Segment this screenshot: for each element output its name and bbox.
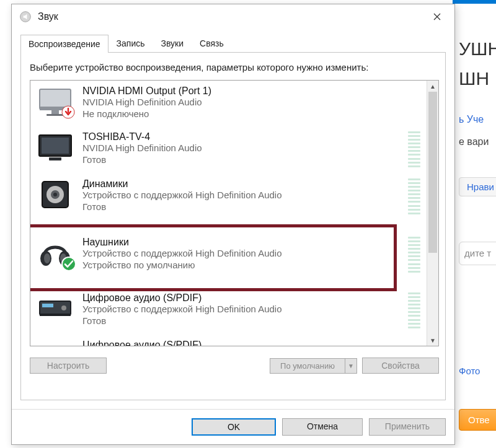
- level-meter: [408, 237, 420, 273]
- sound-icon: [19, 11, 32, 23]
- device-sub1: Устройство с поддержкой High Definition …: [82, 190, 403, 201]
- device-item[interactable]: Цифровое аудио (S/PDIF): [30, 335, 427, 346]
- device-sub2: Не подключено: [82, 108, 422, 120]
- bg-like-button[interactable]: Нрави: [459, 177, 496, 196]
- bg-user-link[interactable]: ь Уче: [459, 114, 484, 125]
- close-button[interactable]: [423, 6, 451, 28]
- dialog-footer: OK Отмена Применить: [12, 409, 454, 444]
- svg-point-12: [53, 193, 57, 196]
- bg-variant-text: е вари: [459, 136, 489, 147]
- properties-button[interactable]: Свойства: [362, 358, 439, 374]
- disconnected-icon: [61, 105, 75, 119]
- device-item[interactable]: Динамики Устройство с поддержкой High De…: [30, 173, 427, 221]
- tab-playback[interactable]: Воспроизведение: [20, 35, 108, 53]
- tab-content: Выберите устройство воспроизведения, пар…: [20, 53, 446, 400]
- device-title: TOSHIBA-TV-4: [82, 131, 403, 143]
- tv-icon: [37, 131, 74, 164]
- receiver-icon: [37, 292, 74, 325]
- device-sub2: Готов: [82, 154, 403, 166]
- tab-strip: Воспроизведение Запись Звуки Связь: [20, 34, 446, 53]
- device-sub1: NVIDIA High Definition Audio: [82, 97, 422, 108]
- svg-rect-7: [42, 138, 69, 154]
- device-item[interactable]: TOSHIBA-TV-4 NVIDIA High Definition Audi…: [30, 126, 427, 173]
- scrollbar[interactable]: ▲ ▼: [427, 81, 438, 346]
- device-sub2: Устройство по умолчанию: [82, 260, 403, 271]
- svg-rect-3: [51, 110, 59, 114]
- device-sub2: Готов: [82, 201, 403, 213]
- dialog-title: Звук: [38, 11, 423, 22]
- scroll-thumb[interactable]: [428, 92, 437, 253]
- tab-recording[interactable]: Запись: [108, 34, 153, 52]
- configure-button[interactable]: Настроить: [30, 358, 107, 374]
- device-sub1: Устройство с поддержкой High Definition …: [82, 248, 403, 260]
- bg-heading-2: ШН: [459, 68, 489, 89]
- scroll-track[interactable]: [427, 92, 438, 335]
- level-meter: [408, 131, 420, 167]
- bottom-button-row: Настроить По умолчанию ▼ Свойства: [30, 346, 439, 374]
- bg-answer-input[interactable]: дите т: [459, 242, 496, 265]
- monitor-icon: [37, 86, 74, 118]
- scroll-down-button[interactable]: ▼: [427, 335, 438, 346]
- check-icon: [61, 257, 75, 270]
- device-item[interactable]: Цифровое аудио (S/PDIF) Устройство с под…: [30, 288, 427, 335]
- tab-sounds[interactable]: Звуки: [153, 34, 192, 52]
- device-title: Цифровое аудио (S/PDIF): [82, 292, 403, 304]
- browser-tab-strip: [453, 0, 496, 4]
- speaker-icon: [37, 178, 74, 211]
- svg-rect-21: [40, 314, 71, 316]
- device-list[interactable]: NVIDIA HDMI Output (Port 1) NVIDIA High …: [30, 81, 427, 346]
- device-list-wrap: NVIDIA HDMI Output (Port 1) NVIDIA High …: [30, 80, 439, 346]
- receiver-icon: [37, 340, 74, 346]
- device-title: Динамики: [82, 178, 403, 190]
- svg-rect-19: [42, 304, 53, 307]
- device-sub1: Устройство с поддержкой High Definition …: [82, 304, 403, 315]
- scroll-up-button[interactable]: ▲: [427, 81, 438, 92]
- device-title: NVIDIA HDMI Output (Port 1): [82, 86, 422, 97]
- device-item[interactable]: Наушники Устройство с поддержкой High De…: [30, 221, 427, 288]
- level-meter: [408, 292, 420, 328]
- headphones-icon: [37, 237, 74, 269]
- svg-rect-8: [49, 157, 61, 160]
- set-default-button[interactable]: По умолчанию: [270, 359, 345, 373]
- cancel-button[interactable]: Отмена: [282, 418, 363, 436]
- instruction-text: Выберите устройство воспроизведения, пар…: [30, 61, 439, 74]
- titlebar: Звук: [12, 4, 454, 29]
- svg-point-20: [61, 305, 66, 310]
- device-title: Цифровое аудио (S/PDIF): [82, 340, 422, 346]
- ok-button[interactable]: OK: [192, 418, 276, 436]
- level-meter: [408, 178, 420, 214]
- apply-button[interactable]: Применить: [369, 418, 446, 436]
- device-item[interactable]: NVIDIA HDMI Output (Port 1) NVIDIA High …: [30, 81, 427, 126]
- set-default-split-button[interactable]: По умолчанию ▼: [270, 358, 357, 374]
- tab-communications[interactable]: Связь: [192, 34, 232, 52]
- bg-answer-button[interactable]: Отве: [459, 409, 496, 431]
- bg-photo-link[interactable]: Фото: [459, 366, 480, 376]
- device-sub1: NVIDIA High Definition Audio: [82, 143, 403, 154]
- device-sub2: Готов: [82, 315, 403, 327]
- svg-point-17: [62, 257, 76, 271]
- bg-heading-1: УШН: [459, 38, 496, 59]
- close-icon: [433, 13, 441, 20]
- svg-point-15: [44, 253, 50, 263]
- sound-dialog: Звук Воспроизведение Запись Звуки Связь …: [11, 4, 455, 445]
- device-title: Наушники: [82, 237, 403, 248]
- set-default-dropdown[interactable]: ▼: [345, 359, 356, 373]
